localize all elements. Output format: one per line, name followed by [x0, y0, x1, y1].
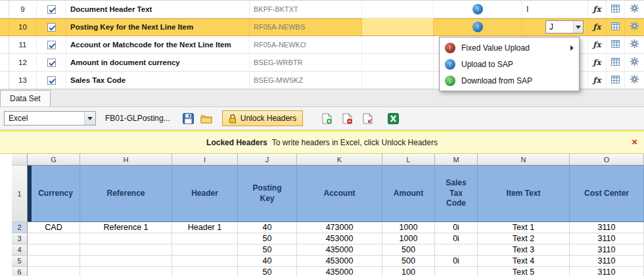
- sheet-cell[interactable]: Text 3: [478, 244, 570, 256]
- validate-sheet-button[interactable]: [361, 110, 375, 127]
- sheet-cell[interactable]: 0i: [435, 233, 478, 244]
- menu-item-fixed-value-upload[interactable]: ↑ Fixed Value Upload: [440, 39, 579, 56]
- sheet-cell[interactable]: [28, 256, 80, 267]
- column-letter[interactable]: H: [80, 154, 172, 166]
- sheet-cell[interactable]: Text 5: [478, 267, 570, 276]
- formula-icon[interactable]: ƒx: [593, 22, 601, 32]
- sheet-cell[interactable]: 100: [382, 267, 435, 276]
- formula-icon[interactable]: ƒx: [593, 58, 601, 67]
- gear-icon[interactable]: [630, 3, 639, 15]
- sheet-cell[interactable]: [80, 267, 172, 276]
- sheet-cell[interactable]: 50: [238, 233, 297, 244]
- sheet-cell[interactable]: 500: [382, 256, 435, 267]
- menu-item-download-from-sap[interactable]: ↓ Download from SAP: [440, 72, 579, 89]
- sheet-cell[interactable]: 40: [238, 256, 297, 267]
- sheet-cell[interactable]: 1000: [382, 222, 435, 233]
- sheet-cell[interactable]: [80, 233, 172, 244]
- sheet-cell[interactable]: 3110: [570, 256, 644, 267]
- upload-to-sap-icon[interactable]: ↑: [472, 4, 483, 14]
- table-icon[interactable]: [611, 57, 620, 68]
- gear-icon[interactable]: [630, 21, 639, 33]
- row-number[interactable]: 5: [12, 256, 28, 267]
- sheet-cell[interactable]: 1000: [382, 233, 435, 244]
- sheet-cell[interactable]: [28, 233, 80, 244]
- header-cell-sales-tax-code[interactable]: Sales Tax Code: [435, 166, 478, 222]
- header-cell-account[interactable]: Account: [297, 166, 382, 222]
- column-letter[interactable]: M: [435, 154, 478, 166]
- sheet-cell[interactable]: [172, 233, 238, 244]
- unlock-headers-button[interactable]: Unlock Headers: [222, 110, 303, 126]
- sheet-cell[interactable]: 50: [238, 267, 297, 276]
- sheet-cell[interactable]: [172, 267, 238, 276]
- row-enabled-checkbox[interactable]: [47, 5, 56, 14]
- row-number[interactable]: 2: [12, 222, 28, 233]
- row-enabled-checkbox[interactable]: [47, 41, 56, 49]
- header-cell-item-text[interactable]: Item Text: [478, 166, 570, 222]
- open-button[interactable]: [198, 110, 214, 127]
- sheet-cell[interactable]: [28, 267, 80, 276]
- header-cell-reference[interactable]: Reference: [80, 166, 172, 222]
- remove-sheet-button[interactable]: [340, 110, 355, 127]
- gear-icon[interactable]: [630, 57, 639, 68]
- sheet-cell[interactable]: CAD: [28, 222, 80, 233]
- header-cell-cost-center[interactable]: Cost Center: [570, 166, 644, 222]
- row-number[interactable]: 6: [12, 267, 28, 276]
- header-cell-posting-key[interactable]: Posting Key: [238, 166, 297, 222]
- sheet-cell[interactable]: 435000: [297, 267, 382, 276]
- column-letter[interactable]: N: [478, 154, 570, 166]
- table-icon[interactable]: [611, 74, 620, 86]
- sheet-cell[interactable]: 50: [238, 244, 297, 256]
- formula-icon[interactable]: ƒx: [593, 5, 601, 14]
- sheet-cell[interactable]: Reference 1: [80, 222, 172, 233]
- table-icon[interactable]: [611, 21, 620, 33]
- sheet-cell[interactable]: 3110: [570, 222, 644, 233]
- gear-icon[interactable]: [630, 39, 639, 51]
- header-cell-currency[interactable]: Currency: [32, 166, 80, 222]
- column-letter[interactable]: I: [172, 154, 238, 166]
- sheet-cell[interactable]: 453000: [297, 233, 382, 244]
- mapping-value[interactable]: I: [522, 1, 588, 18]
- sheet-cell[interactable]: [172, 244, 238, 256]
- close-icon[interactable]: ×: [632, 137, 637, 147]
- formula-icon[interactable]: ƒx: [593, 76, 601, 85]
- column-letter[interactable]: J: [238, 154, 297, 166]
- gear-icon[interactable]: [630, 74, 639, 86]
- sheet-cell[interactable]: [172, 256, 238, 267]
- column-letter[interactable]: L: [382, 154, 435, 166]
- sheet-cell[interactable]: 3110: [570, 267, 644, 276]
- tab-data-set[interactable]: Data Set: [0, 90, 51, 106]
- open-in-excel-button[interactable]: [386, 110, 401, 127]
- row-enabled-checkbox[interactable]: [47, 58, 56, 67]
- menu-item-upload-to-sap[interactable]: ↑ Upload to SAP: [440, 56, 579, 72]
- column-letter[interactable]: G: [28, 154, 80, 166]
- sheet-cell[interactable]: 435000: [297, 244, 382, 256]
- formula-icon[interactable]: ƒx: [593, 40, 601, 49]
- sheet-cell[interactable]: Text 4: [478, 256, 570, 267]
- dropdown-button[interactable]: [573, 21, 583, 33]
- data-source-select[interactable]: Excel: [4, 111, 96, 126]
- sheet-cell[interactable]: 473000: [297, 222, 382, 233]
- header-cell-amount[interactable]: Amount: [382, 166, 435, 222]
- sheet-cell[interactable]: [435, 267, 478, 276]
- row-number[interactable]: 4: [12, 244, 28, 256]
- sheet-cell[interactable]: [28, 244, 80, 256]
- table-icon[interactable]: [611, 3, 620, 15]
- select-all-corner[interactable]: [12, 154, 28, 166]
- sheet-cell[interactable]: 0i: [435, 256, 478, 267]
- row-enabled-checkbox[interactable]: [47, 76, 56, 85]
- save-button[interactable]: [181, 110, 196, 127]
- sheet-cell[interactable]: 0i: [435, 222, 478, 233]
- sheet-cell[interactable]: Text 1: [478, 222, 570, 233]
- column-letter[interactable]: O: [570, 154, 644, 166]
- row-number[interactable]: 1: [12, 166, 28, 222]
- table-icon[interactable]: [611, 39, 620, 51]
- sheet-cell[interactable]: [80, 256, 172, 267]
- sheet-cell[interactable]: 500: [382, 244, 435, 256]
- sheet-cell[interactable]: 40: [238, 222, 297, 233]
- sheet-cell[interactable]: Text 2: [478, 233, 570, 244]
- sheet-cell[interactable]: Header 1: [172, 222, 238, 233]
- column-letter[interactable]: K: [297, 154, 382, 166]
- row-number[interactable]: 3: [12, 233, 28, 244]
- header-cell-header[interactable]: Header: [172, 166, 238, 222]
- sheet-cell[interactable]: 453000: [297, 256, 382, 267]
